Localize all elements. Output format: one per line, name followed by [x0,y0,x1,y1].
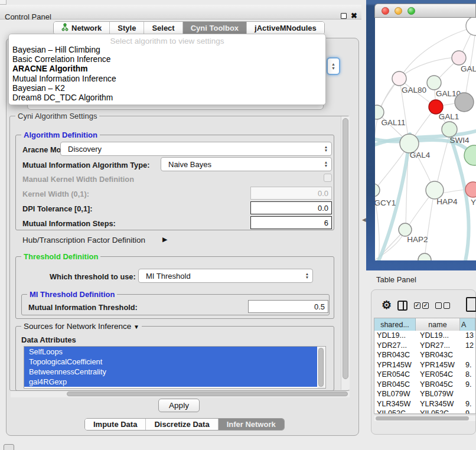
node-label: GAL80 [402,86,426,94]
column-header[interactable]: A [460,318,475,331]
dropdown-item[interactable]: Basic Correlation Inference [9,55,325,64]
minimize-traffic-light-icon[interactable] [395,7,402,15]
table-cell [460,350,475,360]
cyni-bottom-tabs: Impute DataDiscretize DataInfer Network [84,418,285,431]
aracne-mode-combo[interactable]: Discovery ▲▼ [60,142,332,156]
apply-button[interactable]: Apply [158,399,200,412]
node-label: HAP2 [407,235,428,244]
tab-label: jActiveMNodules [255,24,317,32]
table-row[interactable]: YBR043CYBR043C [374,350,475,360]
network-node[interactable] [455,93,474,112]
columns-icon[interactable] [397,301,407,311]
control-panel-title: Control Panel [5,12,51,21]
close-traffic-light-icon[interactable] [382,7,389,15]
list-scrollbar[interactable] [318,347,325,389]
table-cell: YPR145W [416,360,460,370]
zoom-traffic-light-icon[interactable] [407,7,415,15]
checked-checkbox-icon[interactable]: ✓ [422,302,429,309]
expand-down-icon[interactable]: ▼ [133,324,139,330]
settings-vertical-scrollbar[interactable] [341,116,350,390]
network-node-GAL[interactable] [452,51,466,65]
table-cell: YBL079W [374,389,416,399]
network-node-HAP4[interactable] [426,181,444,199]
attribute-item[interactable]: SelfLoops [24,347,317,357]
network-window-titlebar[interactable] [374,4,476,18]
column-header[interactable]: name [416,318,460,331]
table-row[interactable]: YIL052CYIL052C9 [374,409,475,414]
network-node-GAL10[interactable] [427,76,441,90]
data-attributes-list[interactable]: SelfLoopsTopologicalCoefficientBetweenne… [24,346,326,389]
table-cell: YER054C [374,370,416,380]
attribute-item[interactable]: gal4RGexp [24,377,317,387]
table-row[interactable]: YBL079WYBL079W [374,389,475,399]
window-corner-notch [0,0,6,5]
dpi-tolerance-field[interactable]: 0.0 [250,201,332,214]
manual-kernel-checkbox[interactable] [324,174,332,182]
mi-type-value: Naive Bayes [161,160,321,169]
network-node-HAP2[interactable] [399,223,412,236]
kernel-width-field[interactable]: 0.0 [250,187,332,200]
table-cell: YLR345W [416,399,460,409]
table-cell: YBR045C [416,380,460,390]
mi-threshold-label: Mutual Information Threshold: [28,303,138,312]
table-row[interactable]: YPR145WYPR145W9. [374,360,475,370]
tab-network[interactable]: Network [54,22,110,34]
tab-cyni-toolbox[interactable]: Cyni Toolbox [183,22,247,34]
tab-impute-data[interactable]: Impute Data [85,419,146,430]
unchecked-checkbox-icon[interactable] [444,302,450,309]
tab-label: Select [152,24,174,32]
unchecked-checkbox-icon[interactable] [435,302,442,309]
algorithm-combo-stepper[interactable]: ▲▼ [327,57,340,75]
table-cell: 9 [460,409,475,414]
network-view-canvas[interactable]: GALGAL80GAL10GAL1GAL11SWI4GAL4GCY1HAP4YH… [375,18,476,260]
settings-horizontal-scrollbar[interactable] [11,391,350,397]
table-horizontal-scrollbar[interactable] [374,415,475,421]
gear-icon[interactable]: ⚙ [382,298,392,312]
node-table[interactable]: shared...nameA YDL19...YDL19...13YDR27..… [374,318,476,414]
tab-discretize-data[interactable]: Discretize Data [146,419,218,430]
checked-checkbox-icon[interactable]: ✓ [414,302,420,309]
table-row[interactable]: YBR045CYBR045C9. [374,380,475,390]
which-threshold-value: MI Threshold [139,272,302,281]
tab-select[interactable]: Select [144,22,182,34]
table-row[interactable]: YDR27...YDR27...12 [374,341,475,351]
document-icon[interactable] [466,297,476,312]
node-label: Y [471,198,476,207]
table-cell: YBL079W [416,389,460,399]
collapsed-panel-icon[interactable] [4,444,14,450]
mi-type-combo[interactable]: Naive Bayes ▲▼ [161,157,332,171]
dropdown-item[interactable]: Dream8 DC_TDC Algorithm [9,93,325,103]
attribute-item[interactable]: TopologicalCoefficient [24,357,317,367]
sources-group-title: Sources for Network Inference ▼ [21,322,142,331]
network-node[interactable] [418,253,431,260]
table-row[interactable]: YER054CYER054C8. [374,370,475,380]
network-node-GCY1[interactable] [375,184,380,197]
close-icon[interactable]: ✖ [351,11,357,20]
tab-infer-network[interactable]: Infer Network [219,419,284,430]
splitter-collapse-icon[interactable]: ◀ [362,217,366,223]
algorithm-dropdown-popup: Select algorithm to view settings Bayesi… [8,34,326,105]
dropdown-item[interactable]: Mutual Information Inference [9,74,325,84]
settings-group-title: Cyni Algorithm Settings [15,112,99,120]
tab-style[interactable]: Style [110,22,144,34]
network-node[interactable] [466,18,476,35]
network-node-GAL11[interactable] [375,105,384,119]
mi-steps-field[interactable]: 6 [250,216,332,229]
mi-threshold-field[interactable]: 0.5 [248,300,328,313]
node-label: SWI4 [449,136,469,145]
dropdown-item[interactable]: ARACNE Algorithm [9,64,325,74]
dropdown-item[interactable]: Bayesian – Hill Climbing [9,45,325,55]
attribute-item[interactable]: BetweennessCentrality [24,367,317,377]
network-node-GAL80[interactable] [392,71,406,86]
table-row[interactable]: YLR345WYLR345W9. [374,399,475,409]
mi-steps-label: Mutual Information Steps: [22,219,116,228]
which-threshold-combo[interactable]: MI Threshold ▲▼ [138,269,313,283]
tab-jactivemnodules[interactable]: jActiveMNodules [247,22,324,34]
table-row[interactable]: YDL19...YDL19...13 [374,331,475,341]
hub-section-label[interactable]: Hub/Transcription Factor Definition [22,236,145,244]
float-window-icon[interactable] [341,13,347,19]
expand-right-icon[interactable]: ▶ [162,236,167,243]
network-node-SWI4[interactable] [442,122,457,137]
dropdown-item[interactable]: Bayesian – K2 [9,84,325,93]
column-header[interactable]: shared... [374,318,416,331]
